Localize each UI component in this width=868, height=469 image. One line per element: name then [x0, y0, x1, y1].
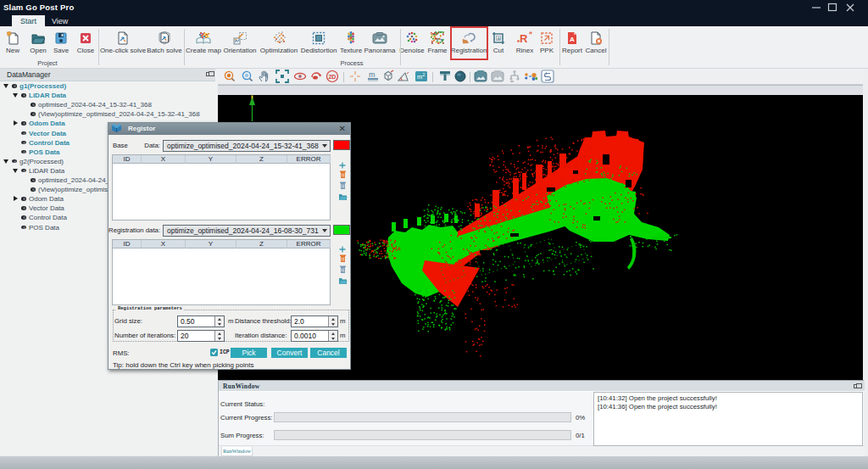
svg-text:2: 2 — [423, 72, 426, 77]
svg-text:A: A — [570, 36, 575, 43]
svg-text:m: m — [417, 73, 422, 81]
svg-text:R: R — [520, 32, 528, 45]
svg-text:m: m — [369, 70, 376, 79]
svg-text:2D: 2D — [328, 74, 336, 80]
svg-text:a: a — [498, 36, 501, 41]
